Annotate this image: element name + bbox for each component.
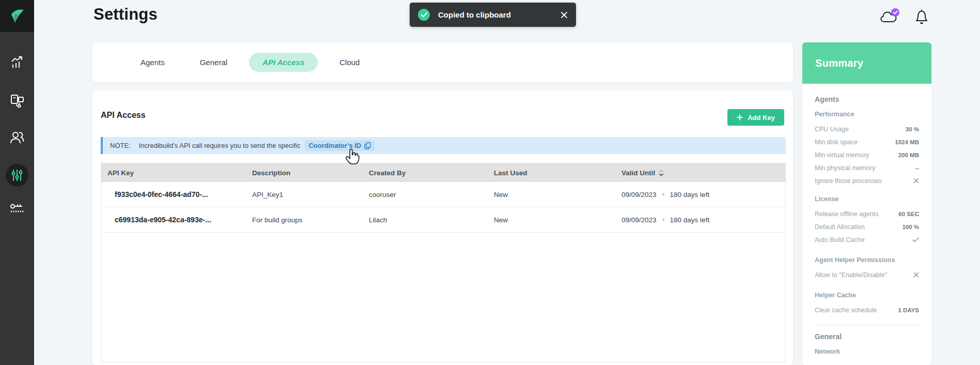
settings-sliders-icon: [10, 169, 24, 182]
settings-tabs: Agents General API Access Cloud: [92, 42, 793, 82]
sort-icon[interactable]: [659, 170, 664, 176]
note-prefix: NOTE:: [110, 142, 131, 149]
cell-description: For build groups: [252, 216, 369, 224]
check-circle-icon: [418, 9, 430, 21]
col-header-created-by: Created By: [369, 169, 494, 177]
cell-description: API_Key1: [252, 191, 369, 199]
sidebar-item-dashboard[interactable]: [0, 55, 34, 70]
users-icon: [9, 130, 25, 145]
cell-last-used: New: [494, 216, 621, 224]
toast-message: Copied to clipboard: [438, 10, 511, 19]
days-left: 180 days left: [670, 216, 710, 224]
sidebar-item-license-keys[interactable]: [0, 203, 34, 217]
valid-until-date: 09/09/2023: [621, 191, 657, 199]
cell-api-key: f933c0e4-0fec-4664-ad70-...: [101, 190, 252, 199]
tab-api-access[interactable]: API Access: [249, 53, 318, 72]
sidebar: [0, 0, 34, 365]
key-icon: [9, 203, 25, 217]
check-icon: [912, 237, 919, 242]
dashboard-icon: [9, 55, 25, 70]
agents-icon: [9, 93, 25, 109]
incredibuild-logo[interactable]: [0, 0, 34, 32]
sidebar-item-agents[interactable]: [0, 93, 34, 109]
divider: [815, 325, 919, 325]
col-header-api-key: API Key: [101, 169, 252, 177]
x-icon: [913, 178, 919, 184]
api-access-title: API Access: [101, 111, 146, 120]
table-row: f933c0e4-0fec-4664-ad70-... API_Key1 coo…: [101, 182, 785, 207]
api-keys-table: API Key Description Created By Last Used…: [101, 163, 786, 362]
toast-copied: Copied to clipboard: [410, 3, 576, 27]
dot-separator: [662, 193, 664, 195]
cell-api-key: c69913da-e905-42ca-893e-...: [101, 216, 252, 224]
bell-icon[interactable]: [914, 8, 929, 25]
tab-agents[interactable]: Agents: [123, 53, 182, 72]
cloud-status-icon[interactable]: [880, 8, 900, 24]
add-key-label: Add Key: [748, 114, 775, 121]
close-icon[interactable]: [561, 11, 568, 19]
dot-separator: [662, 219, 664, 221]
summary-group-network: Network: [815, 348, 919, 355]
cell-valid-until: 09/09/2023 180 days left: [621, 216, 785, 224]
summary-row: Default Allocation 100 %: [815, 220, 919, 233]
col-header-valid-until[interactable]: Valid Until: [621, 169, 785, 177]
summary-row: Auto Build Cache: [815, 233, 919, 246]
note-text: Incredibuild’s API call requires you to …: [139, 142, 301, 149]
sidebar-item-settings[interactable]: [6, 164, 28, 187]
table-header-row: API Key Description Created By Last Used…: [101, 163, 785, 182]
api-access-panel: API Access Add Key NOTE: Incredibuild’s …: [92, 90, 793, 365]
summary-group-license: License: [815, 195, 919, 203]
summary-row: Min physical memory --: [815, 161, 919, 174]
x-icon: [913, 272, 919, 278]
incredibuild-logo-icon: [7, 6, 27, 26]
cell-created-by: Lilach: [369, 216, 494, 224]
coordinators-id-link[interactable]: Coordinator’s ID: [305, 140, 375, 151]
plus-icon: [737, 114, 743, 120]
cell-created-by: cooruser: [369, 191, 494, 199]
summary-title: Summary: [815, 57, 863, 69]
summary-row: CPU Usage 30 %: [815, 123, 919, 135]
page-title: Settings: [94, 5, 158, 24]
col-header-description: Description: [252, 169, 369, 177]
summary-group-helper-permissions: Agent Helper Permissions: [815, 256, 919, 264]
summary-panel: Summary Agents Performance CPU Usage 30 …: [802, 42, 931, 365]
tab-cloud[interactable]: Cloud: [322, 53, 377, 72]
copy-icon: [364, 142, 371, 149]
note-bar: NOTE: Incredibuild’s API call requires y…: [101, 137, 786, 154]
summary-row: Allow to "Enable/Disable": [815, 268, 919, 281]
summary-section-general: General: [815, 332, 919, 341]
add-key-button[interactable]: Add Key: [727, 109, 784, 126]
col-header-last-used: Last Used: [494, 169, 621, 177]
valid-until-date: 09/09/2023: [621, 216, 657, 224]
summary-section-agents: Agents: [815, 95, 919, 103]
sidebar-item-users[interactable]: [0, 130, 34, 145]
summary-row: Clear cache schedule 1 DAYS: [815, 303, 919, 316]
summary-row: Release offline agents 60 SEC: [815, 207, 919, 220]
table-row: c69913da-e905-42ca-893e-... For build gr…: [101, 207, 785, 233]
days-left: 180 days left: [670, 191, 710, 199]
coordinators-id-label: Coordinator’s ID: [308, 142, 361, 149]
cell-valid-until: 09/09/2023 180 days left: [621, 191, 785, 199]
summary-row: Min virtual memory 200 MB: [815, 148, 919, 161]
summary-header: Summary: [802, 42, 931, 84]
summary-row: Ignore those processes: [815, 174, 919, 187]
tab-general[interactable]: General: [182, 53, 245, 72]
summary-group-helper-cache: Helper Cache: [815, 292, 919, 299]
summary-row: Min disk space 1024 MB: [815, 135, 919, 148]
cell-last-used: New: [494, 191, 621, 199]
summary-group-performance: Performance: [815, 111, 919, 118]
